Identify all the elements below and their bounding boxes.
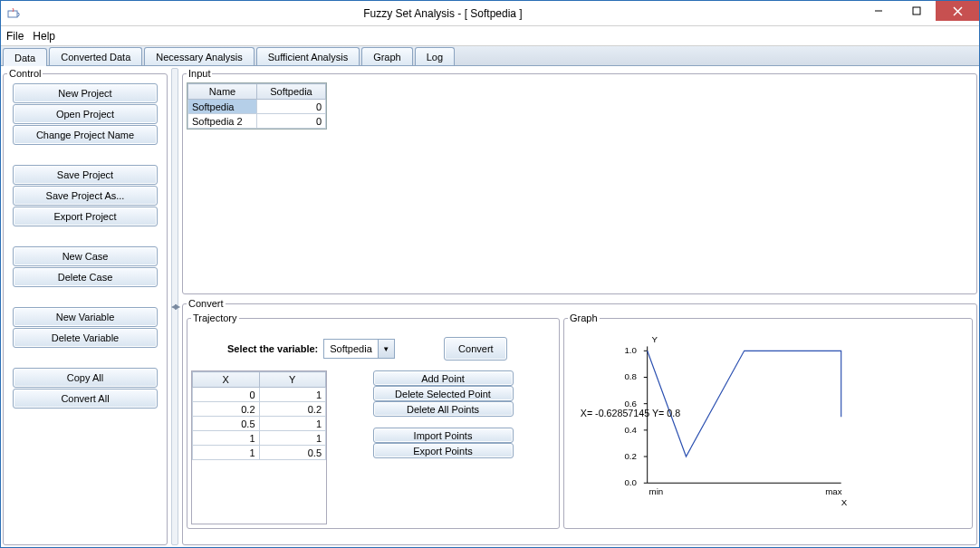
table-row[interactable]: 10.5 bbox=[193, 446, 326, 460]
cursor-readout: X= -0.62857145 Y= 0.8 bbox=[581, 408, 680, 418]
maximize-button[interactable] bbox=[898, 1, 936, 21]
export-project-button[interactable]: Export Project bbox=[13, 207, 158, 226]
traj-col-x[interactable]: X bbox=[193, 372, 260, 388]
svg-rect-0 bbox=[8, 11, 17, 17]
add-point-button[interactable]: Add Point bbox=[373, 370, 514, 386]
svg-text:0.0: 0.0 bbox=[624, 477, 637, 487]
tab-log[interactable]: Log bbox=[415, 47, 455, 65]
table-row[interactable]: Softpedia 2 0 bbox=[188, 114, 326, 129]
trajectory-table[interactable]: X Y 01 0.20.2 0.51 11 10.5 bbox=[192, 371, 326, 460]
new-project-button[interactable]: New Project bbox=[13, 83, 158, 103]
convert-legend: Convert bbox=[187, 298, 226, 309]
tab-data[interactable]: Data bbox=[3, 48, 47, 66]
control-legend: Control bbox=[7, 68, 43, 79]
svg-text:0.6: 0.6 bbox=[624, 399, 637, 409]
close-button[interactable] bbox=[936, 1, 979, 21]
trajectory-legend: Trajectory bbox=[191, 312, 239, 323]
tab-necessary-analysis[interactable]: Necessary Analysis bbox=[144, 47, 254, 65]
x-max-label: max bbox=[825, 486, 842, 496]
export-points-button[interactable]: Export Points bbox=[373, 443, 514, 458]
splitter[interactable]: ◀▶ bbox=[171, 68, 178, 545]
new-case-button[interactable]: New Case bbox=[13, 246, 158, 266]
variable-select[interactable]: Softpedia ▼ bbox=[323, 339, 394, 359]
svg-text:0.4: 0.4 bbox=[624, 425, 637, 435]
java-app-icon bbox=[6, 6, 21, 21]
x-min-label: min bbox=[649, 486, 664, 496]
change-project-name-button[interactable]: Change Project Name bbox=[13, 125, 158, 145]
y-axis-label: Y bbox=[652, 334, 658, 344]
tab-sufficient-analysis[interactable]: Sufficient Analysis bbox=[256, 47, 360, 65]
table-row[interactable]: 0.20.2 bbox=[193, 402, 326, 417]
x-axis-label: X bbox=[841, 497, 848, 507]
convert-button[interactable]: Convert bbox=[444, 337, 507, 361]
select-variable-label: Select the variable: bbox=[227, 343, 318, 354]
graph-canvas[interactable]: Y 0.0 0.2 0.4 0.6 0.8 1.0 bbox=[566, 329, 966, 523]
menu-file[interactable]: File bbox=[6, 30, 24, 43]
tab-converted-data[interactable]: Converted Data bbox=[49, 47, 142, 65]
minimize-button[interactable] bbox=[860, 1, 898, 21]
table-row[interactable]: 01 bbox=[193, 388, 326, 402]
delete-all-points-button[interactable]: Delete All Points bbox=[373, 401, 514, 417]
table-row[interactable]: Softpedia 0 bbox=[188, 100, 326, 114]
table-row[interactable]: 11 bbox=[193, 431, 326, 446]
tab-graph[interactable]: Graph bbox=[361, 47, 413, 65]
save-project-as-button[interactable]: Save Project As... bbox=[13, 186, 158, 206]
delete-variable-button[interactable]: Delete Variable bbox=[13, 328, 158, 348]
open-project-button[interactable]: Open Project bbox=[13, 104, 158, 124]
graph-legend: Graph bbox=[568, 312, 600, 323]
window-title: Fuzzy Set Analysis - [ Softpedia ] bbox=[26, 7, 860, 20]
new-variable-button[interactable]: New Variable bbox=[13, 307, 158, 327]
input-col-softpedia[interactable]: Softpedia bbox=[257, 84, 326, 100]
svg-text:1.0: 1.0 bbox=[624, 345, 637, 355]
input-table[interactable]: Name Softpedia Softpedia 0 Softpedia 2 0 bbox=[187, 82, 327, 130]
save-project-button[interactable]: Save Project bbox=[13, 165, 158, 185]
chevron-down-icon: ▼ bbox=[378, 340, 394, 358]
convert-all-button[interactable]: Convert All bbox=[13, 389, 158, 409]
delete-selected-point-button[interactable]: Delete Selected Point bbox=[373, 386, 514, 401]
input-legend: Input bbox=[187, 68, 212, 79]
svg-text:0.2: 0.2 bbox=[624, 451, 637, 461]
tabs-bar: Data Converted Data Necessary Analysis S… bbox=[1, 46, 979, 66]
input-col-name[interactable]: Name bbox=[188, 84, 257, 100]
svg-text:0.8: 0.8 bbox=[624, 371, 637, 381]
delete-case-button[interactable]: Delete Case bbox=[13, 267, 158, 287]
copy-all-button[interactable]: Copy All bbox=[13, 368, 158, 388]
svg-rect-2 bbox=[913, 7, 920, 14]
traj-col-y[interactable]: Y bbox=[259, 372, 326, 388]
menu-help[interactable]: Help bbox=[33, 30, 55, 43]
import-points-button[interactable]: Import Points bbox=[373, 428, 514, 443]
table-row[interactable]: 0.51 bbox=[193, 417, 326, 431]
